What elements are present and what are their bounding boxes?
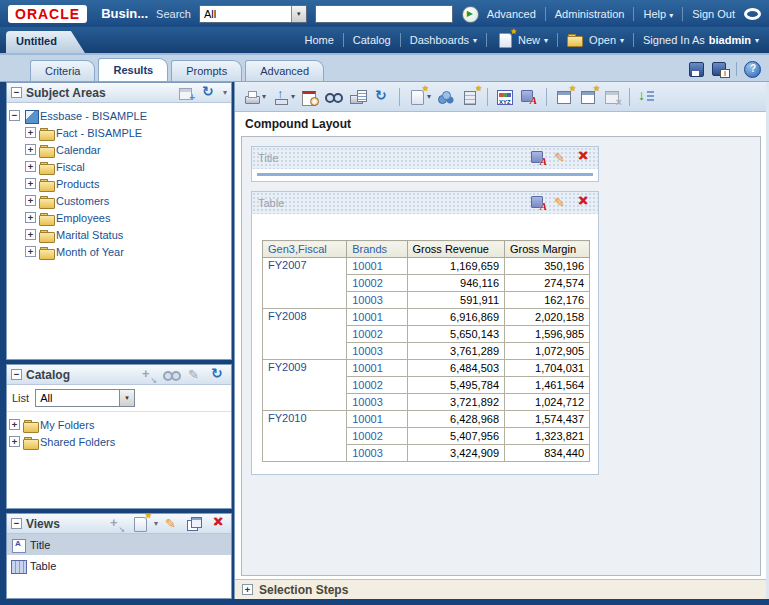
- dashboard-preview-button[interactable]: [325, 89, 343, 105]
- tree-item[interactable]: My Folders: [9, 416, 229, 433]
- column-header-brands[interactable]: Brands: [347, 241, 407, 258]
- view-list-item-table[interactable]: Table: [7, 555, 231, 576]
- new-view-icon[interactable]: [131, 516, 149, 532]
- export-button[interactable]: ▾: [272, 89, 295, 105]
- fiscal-cell[interactable]: FY2010: [263, 411, 347, 462]
- tree-item[interactable]: Fact - BISAMPLE: [25, 124, 229, 141]
- signed-in-menu[interactable]: Signed In As biadmin ▾: [643, 34, 759, 46]
- tree-item[interactable]: Marital Status: [25, 226, 229, 243]
- brand-cell[interactable]: 10002: [347, 428, 407, 445]
- new-view-button[interactable]: ▾: [408, 89, 431, 105]
- tree-item[interactable]: Customers: [25, 192, 229, 209]
- save-as-icon[interactable]: [712, 61, 730, 77]
- refresh-icon[interactable]: [200, 85, 218, 101]
- fiscal-cell[interactable]: FY2009: [263, 360, 347, 411]
- print-options-button[interactable]: [349, 89, 367, 105]
- catalog-copy-icon[interactable]: [140, 367, 158, 383]
- catalog-preview-icon[interactable]: [163, 367, 181, 383]
- view-list-item-title[interactable]: Title: [7, 534, 231, 555]
- tree-item[interactable]: Calendar: [25, 141, 229, 158]
- brand-cell[interactable]: 10002: [347, 326, 407, 343]
- tree-item-root[interactable]: Essbase - BISAMPLE: [9, 107, 229, 124]
- document-tab[interactable]: Untitled: [6, 31, 85, 53]
- catalog-edit-icon[interactable]: [186, 367, 204, 383]
- open-menu[interactable]: Open ▾: [567, 32, 624, 48]
- collapse-panel-icon[interactable]: [11, 518, 22, 529]
- collapse-panel-icon[interactable]: [11, 87, 22, 98]
- brand-cell[interactable]: 10002: [347, 275, 407, 292]
- column-header-fiscal[interactable]: Gen3,Fiscal: [263, 241, 347, 258]
- remove-view-icon[interactable]: [574, 195, 592, 211]
- brand-cell[interactable]: 10001: [347, 411, 407, 428]
- administration-link[interactable]: Administration: [555, 8, 625, 20]
- brand-cell[interactable]: 10003: [347, 445, 407, 462]
- title-view-header[interactable]: Title: [252, 147, 598, 169]
- brand-cell[interactable]: 10003: [347, 292, 407, 309]
- import-formatting-button[interactable]: [520, 89, 538, 105]
- dashboards-menu[interactable]: Dashboards ▾: [410, 34, 477, 46]
- catalog-list-select[interactable]: All ▾: [35, 389, 135, 407]
- tree-item[interactable]: Fiscal: [25, 158, 229, 175]
- add-view-to-layout-icon[interactable]: [108, 516, 126, 532]
- expand-node-icon[interactable]: [25, 161, 36, 172]
- remove-view-icon[interactable]: [574, 150, 592, 166]
- new-calculated-item-button[interactable]: [461, 89, 479, 105]
- duplicate-view-button[interactable]: [579, 89, 597, 105]
- format-container-icon[interactable]: [530, 150, 548, 166]
- schedule-button[interactable]: [301, 89, 319, 105]
- tree-item[interactable]: Employees: [25, 209, 229, 226]
- selection-steps-bar[interactable]: Selection Steps: [235, 579, 766, 599]
- expand-node-icon[interactable]: [9, 419, 20, 430]
- fiscal-cell[interactable]: FY2007: [263, 258, 347, 309]
- new-master-detail-button[interactable]: [555, 89, 573, 105]
- duplicate-view-icon[interactable]: [186, 516, 204, 532]
- new-menu[interactable]: New ▾: [496, 32, 548, 48]
- edit-formulas-button[interactable]: [496, 89, 514, 105]
- help-icon[interactable]: [743, 61, 761, 77]
- remove-view-icon[interactable]: [209, 516, 227, 532]
- sort-button[interactable]: [638, 89, 656, 105]
- help-menu[interactable]: Help ▾: [643, 8, 673, 20]
- brand-cell[interactable]: 10003: [347, 343, 407, 360]
- expand-node-icon[interactable]: [25, 195, 36, 206]
- tree-item[interactable]: Month of Year: [25, 243, 229, 260]
- chevron-down-icon[interactable]: ▾: [223, 88, 227, 97]
- search-scope-select[interactable]: All ▾: [199, 5, 307, 23]
- search-scope-dropdown-icon[interactable]: ▾: [291, 6, 306, 22]
- tree-item[interactable]: Shared Folders: [9, 433, 229, 450]
- chevron-down-icon[interactable]: ▾: [154, 519, 158, 528]
- save-icon[interactable]: [688, 61, 706, 77]
- catalog-link[interactable]: Catalog: [353, 34, 391, 46]
- tree-item[interactable]: Products: [25, 175, 229, 192]
- brand-cell[interactable]: 10002: [347, 377, 407, 394]
- expand-node-icon[interactable]: [25, 212, 36, 223]
- expand-node-icon[interactable]: [9, 436, 20, 447]
- new-group-button[interactable]: [437, 89, 455, 105]
- table-view-header[interactable]: Table: [252, 192, 598, 214]
- expand-node-icon[interactable]: [25, 178, 36, 189]
- edit-view-icon[interactable]: [163, 516, 181, 532]
- expand-node-icon[interactable]: [25, 246, 36, 257]
- home-link[interactable]: Home: [304, 34, 333, 46]
- catalog-refresh-icon[interactable]: [209, 367, 227, 383]
- fiscal-cell[interactable]: FY2008: [263, 309, 347, 360]
- advanced-link[interactable]: Advanced: [487, 8, 536, 20]
- brand-cell[interactable]: 10003: [347, 394, 407, 411]
- search-go-icon[interactable]: [461, 6, 479, 22]
- brand-cell[interactable]: 10001: [347, 258, 407, 275]
- tab-results[interactable]: Results: [98, 58, 168, 81]
- column-header-gross-margin[interactable]: Gross Margin: [505, 241, 590, 258]
- delete-view-button[interactable]: [603, 89, 621, 105]
- tab-prompts[interactable]: Prompts: [171, 60, 242, 81]
- edit-view-icon[interactable]: [552, 150, 570, 166]
- brand-cell[interactable]: 10001: [347, 360, 407, 377]
- brand-cell[interactable]: 10001: [347, 309, 407, 326]
- catalog-list-dropdown-icon[interactable]: ▾: [119, 390, 134, 406]
- expand-node-icon[interactable]: [25, 144, 36, 155]
- tab-advanced[interactable]: Advanced: [245, 60, 324, 81]
- expand-node-icon[interactable]: [25, 127, 36, 138]
- format-container-icon[interactable]: [530, 195, 548, 211]
- modify-subject-areas-icon[interactable]: [177, 85, 195, 101]
- refresh-results-button[interactable]: [373, 89, 391, 105]
- expand-node-icon[interactable]: [25, 229, 36, 240]
